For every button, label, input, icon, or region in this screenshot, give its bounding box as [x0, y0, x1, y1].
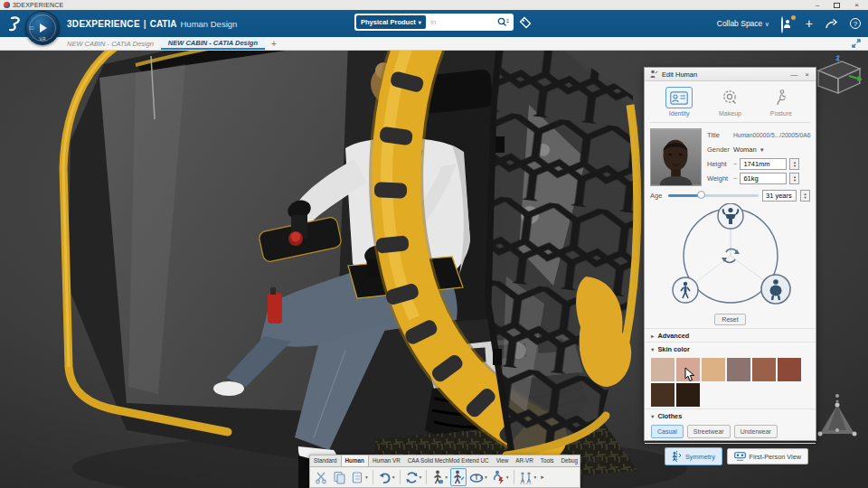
add-content-button[interactable]: + — [806, 17, 813, 30]
tab-makeup[interactable]: Makeup — [707, 87, 752, 117]
clothes-section-toggle[interactable]: ▼Clothes — [645, 408, 816, 422]
copy-button[interactable] — [331, 469, 348, 486]
skin-color-section-toggle[interactable]: ▼Skin color — [645, 342, 816, 355]
share-icon[interactable] — [825, 18, 838, 30]
weight-field: Weight ~ ▲▼ — [707, 173, 811, 184]
update-button[interactable]: ▾ — [403, 469, 424, 486]
tab-posture[interactable]: Posture — [759, 87, 804, 117]
action-bar[interactable]: StandardHumanHuman VRCAA Solid MechMod E… — [309, 455, 580, 488]
tab-identity[interactable]: Identity — [656, 87, 702, 117]
gender-field: Gender Woman ▼ — [707, 144, 811, 155]
weight-input[interactable] — [740, 173, 787, 184]
human-title-link[interactable]: Human00000/5.../20005/0A6 — [733, 132, 811, 138]
window-minimize-button[interactable]: – — [816, 2, 819, 9]
chevron-down-icon[interactable]: ▾ — [365, 474, 368, 480]
toolbar-tab-touch[interactable]: Touch — [581, 455, 604, 466]
age-input[interactable] — [762, 190, 797, 202]
create-human-button[interactable]: ▾ — [429, 468, 449, 486]
expand-view-icon[interactable] — [852, 39, 861, 48]
cut-button[interactable] — [313, 469, 330, 486]
posture-icon — [768, 87, 795, 108]
age-slider-handle[interactable] — [697, 191, 705, 199]
somatotype-control[interactable]: Reset — [645, 202, 816, 325]
3dexperience-compass[interactable]: 3D V.R — [25, 11, 60, 45]
toolbar-tab-debug[interactable]: Debug — [558, 455, 582, 466]
panel-title: Edit Human — [662, 70, 785, 79]
gender-dropdown[interactable]: Woman — [733, 145, 757, 154]
action-bar-tabs: StandardHumanHuman VRCAA Solid MechMod E… — [309, 455, 580, 466]
somatotype-reset-button[interactable]: Reset — [714, 314, 745, 325]
symmetry-icon — [672, 451, 682, 462]
view-cube[interactable]: Z — [811, 52, 863, 99]
toolbar-tab-caa-solid-mechmod-extend-uc[interactable]: CAA Solid MechMod Extend UC — [404, 455, 493, 466]
advanced-section-toggle[interactable]: ►Advanced — [645, 328, 816, 342]
edit-human-button[interactable] — [450, 468, 467, 486]
toolbar-tab-tools[interactable]: Tools — [537, 455, 558, 466]
skin-color-swatch-3[interactable] — [727, 358, 750, 381]
turntable-button[interactable]: ▾ — [467, 469, 489, 486]
symmetry-button[interactable]: Symmetry — [665, 447, 722, 465]
tag-icon[interactable] — [519, 16, 532, 29]
panel-minimize-button[interactable]: — — [788, 70, 799, 79]
toolbar-tab-human-vr[interactable]: Human VR — [369, 455, 404, 466]
undo-button[interactable]: ▾ — [376, 469, 397, 486]
height-stepper[interactable]: ▲▼ — [789, 158, 799, 170]
chevron-down-icon[interactable]: ▼ — [760, 147, 765, 153]
skin-color-swatch-5[interactable] — [778, 358, 801, 381]
somatotype-slim[interactable] — [673, 277, 698, 303]
dassault-3ds-logo-icon — [7, 14, 25, 33]
app-logo-icon — [4, 2, 10, 8]
skin-color-swatches — [651, 358, 807, 407]
somatotype-muscular[interactable] — [718, 203, 743, 229]
height-input[interactable] — [740, 158, 787, 170]
edit-human-panel[interactable]: Edit Human — × Identity Makeup — [644, 67, 816, 441]
toolbar-overflow-button[interactable]: ▸ — [541, 474, 544, 481]
panel-close-button[interactable]: × — [803, 70, 811, 79]
3d-viewport[interactable]: Z Edit Human — × Identity — [0, 51, 868, 488]
somatotype-heavy[interactable] — [761, 275, 790, 304]
new-tab-button[interactable]: + — [265, 37, 283, 50]
user-avatar-button[interactable] — [781, 17, 794, 30]
title-field: Title Human00000/5.../20005/0A6 — [707, 129, 811, 141]
toolbar-tab-ar-vr[interactable]: AR-VR — [512, 455, 537, 466]
manikin-pair-button[interactable]: ▾ — [517, 469, 539, 486]
age-stepper[interactable]: ▲▼ — [800, 190, 810, 202]
clothes-option-casual[interactable]: Casual — [651, 425, 684, 438]
skin-color-swatch-4[interactable] — [752, 358, 776, 381]
weight-stepper[interactable]: ▲▼ — [789, 173, 799, 184]
age-slider[interactable] — [668, 194, 759, 197]
skin-color-swatch-2[interactable] — [702, 358, 725, 381]
document-tab-0[interactable]: NEW CABIN - CATIA Design — [60, 37, 161, 50]
paste-icon — [351, 471, 364, 484]
window-maximize-button[interactable] — [834, 3, 840, 8]
human-icon — [431, 470, 444, 484]
refresh-icon — [405, 471, 419, 484]
mouse-cursor — [684, 367, 695, 382]
search-bar[interactable]: Physical Product ▾ — [354, 14, 514, 31]
skin-color-swatch-7[interactable] — [676, 383, 700, 407]
search-scope-dropdown[interactable]: Physical Product ▾ — [356, 15, 426, 29]
collab-space-dropdown[interactable]: Collab Space ∨ — [717, 19, 769, 28]
compass-play-icon[interactable] — [40, 23, 47, 33]
help-button[interactable]: ? — [850, 18, 861, 29]
brand-role: Human Design — [180, 19, 237, 29]
document-tab-1[interactable]: NEW CABIN - CATIA Design — [161, 37, 265, 50]
toolbar-tab-human[interactable]: Human — [341, 455, 369, 466]
clothes-option-underwear[interactable]: Underwear — [734, 425, 778, 438]
clothes-option-streetwear[interactable]: Streetwear — [687, 425, 731, 438]
emergency-stop-button[interactable] — [291, 232, 301, 242]
search-icon[interactable] — [497, 17, 509, 27]
paste-button[interactable]: ▾ — [349, 469, 370, 486]
skin-color-swatch-6[interactable] — [651, 383, 675, 407]
simulate-human-button[interactable]: ▾ — [490, 468, 511, 486]
scissors-icon — [315, 471, 328, 484]
copy-icon — [333, 471, 346, 484]
panel-header[interactable]: Edit Human — × — [645, 68, 816, 81]
window-close-button[interactable]: × — [854, 2, 859, 9]
toolbar-tab-standard[interactable]: Standard — [310, 455, 341, 466]
skin-color-swatch-0[interactable] — [651, 358, 675, 381]
toolbar-tab-view[interactable]: View — [493, 455, 513, 466]
search-input[interactable] — [426, 18, 497, 26]
first-person-view-button[interactable]: First-Person View — [727, 448, 808, 465]
robot-axis-triad[interactable] — [816, 392, 858, 441]
